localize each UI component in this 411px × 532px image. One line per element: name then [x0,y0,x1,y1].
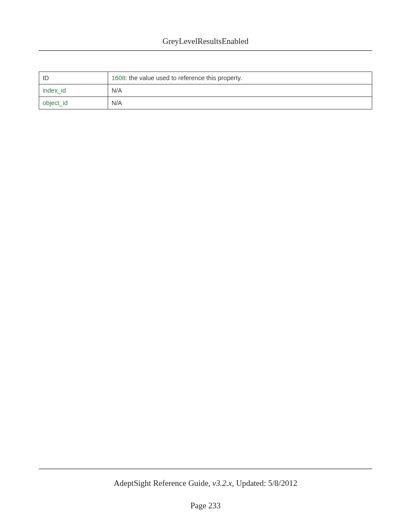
property-key: object_id [39,97,108,109]
document-page: GreyLevelResultsEnabled ID 1608: the val… [0,0,411,532]
table-row: index_id N/A [39,84,372,97]
property-key: ID [39,72,108,84]
page-footer: AdeptSight Reference Guide, v3.2.x, Upda… [39,469,372,510]
footer-version-sep: , [209,479,213,488]
property-value: N/A [108,84,372,97]
table-row: ID 1608: the value used to reference thi… [39,72,372,84]
property-value-text: : the value used to reference this prope… [125,75,242,81]
footer-divider [39,469,372,469]
page-title: GreyLevelResultsEnabled [162,37,248,46]
table-row: object_id N/A [39,97,372,109]
property-value: 1608: the value used to reference this p… [108,72,372,84]
property-value-code: 1608 [112,75,125,81]
footer-updated-sep: , Updated: [232,479,268,488]
footer-version: v3.2.x [212,479,232,488]
footer-text: AdeptSight Reference Guide, v3.2.x, Upda… [39,479,372,488]
page-header: GreyLevelResultsEnabled [39,37,372,51]
footer-guide-name: AdeptSight Reference Guide [114,479,208,488]
property-key: index_id [39,84,108,97]
property-value: N/A [108,97,372,109]
page-number: Page 233 [39,501,372,510]
footer-updated-date: 5/8/2012 [268,479,297,488]
property-table: ID 1608: the value used to reference thi… [39,72,372,109]
